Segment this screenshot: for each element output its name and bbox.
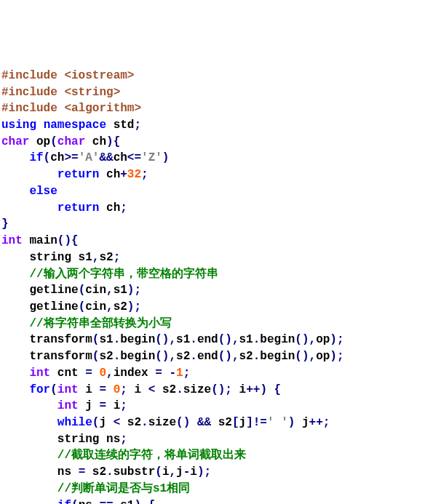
- code-token: [99, 168, 106, 181]
- code-token: .: [114, 333, 121, 346]
- code-token: [1, 185, 29, 198]
- code-token: s1: [99, 333, 113, 346]
- code-token: -: [170, 367, 177, 380]
- code-line: //输入两个字符串，带空格的字符串: [1, 266, 432, 283]
- code-token: ): [330, 350, 337, 363]
- code-token: <=: [127, 151, 141, 164]
- code-token: return: [57, 201, 100, 215]
- code-token: [1, 151, 29, 164]
- code-token: string ns: [57, 433, 120, 446]
- code-token: s2: [162, 383, 176, 396]
- code-token: 'A': [79, 151, 100, 164]
- code-token: size: [183, 383, 211, 396]
- code-token: //截取连续的字符，将单词截取出来: [57, 449, 246, 462]
- code-token: [127, 383, 135, 396]
- code-token: [79, 383, 86, 396]
- code-token: index: [114, 367, 156, 380]
- code-token: ch: [114, 151, 127, 164]
- code-token: ;: [204, 465, 212, 479]
- code-token: [162, 367, 170, 380]
- code-token: ;: [134, 119, 141, 132]
- code-token: <: [114, 416, 121, 429]
- code-token: [85, 135, 92, 148]
- code-token: .: [106, 465, 114, 479]
- code-token: [1, 465, 57, 479]
- code-token: while: [57, 416, 92, 429]
- code-token: int: [1, 234, 23, 247]
- code-token: .: [141, 416, 148, 429]
- code-token: .: [190, 350, 197, 363]
- code-token: .: [176, 383, 183, 396]
- code-token: //输入两个字符串，带空格的字符串: [29, 268, 218, 281]
- code-token: (): [155, 350, 169, 363]
- code-line: getline(cin,s2);: [1, 299, 432, 316]
- code-token: .: [253, 350, 261, 363]
- code-token: begin: [260, 350, 295, 363]
- code-token: j: [176, 465, 183, 479]
- code-token: 0: [114, 383, 121, 396]
- code-token: +: [120, 168, 127, 181]
- code-token: //将字符串全部转换为小写: [29, 317, 171, 330]
- code-token: .: [114, 350, 121, 363]
- code-token: (): [57, 234, 71, 247]
- code-token: s2: [92, 465, 106, 479]
- code-token: (: [92, 333, 100, 346]
- code-token: (: [92, 350, 100, 363]
- code-token: [1, 317, 29, 330]
- code-token: [1, 449, 57, 462]
- code-token: [106, 399, 114, 412]
- code-line: #include <string>: [1, 84, 432, 101]
- code-token: [36, 119, 44, 132]
- code-line: int cnt = 0,index = -1;: [1, 365, 432, 382]
- code-line: //判断单词是否与s1相同: [1, 481, 432, 497]
- code-token: ): [162, 151, 170, 164]
- code-token: j: [239, 416, 247, 429]
- code-token: =: [155, 367, 162, 380]
- code-token: s2: [218, 416, 232, 429]
- code-line: }: [1, 216, 432, 233]
- code-token: op: [36, 135, 50, 148]
- code-line: getline(cin,s1);: [1, 282, 432, 299]
- code-token: s2: [99, 251, 113, 264]
- code-token: 'Z': [141, 151, 162, 164]
- code-token: (): [211, 383, 225, 396]
- code-token: begin: [260, 333, 295, 346]
- code-token: s1: [239, 333, 253, 346]
- code-token: ;: [120, 399, 127, 412]
- code-token: for: [29, 383, 50, 396]
- code-token: ;: [134, 300, 141, 313]
- code-token: ): [106, 135, 114, 148]
- code-token: [1, 482, 57, 495]
- code-token: j: [85, 399, 99, 412]
- code-token: s1: [120, 499, 134, 504]
- code-token: <: [148, 383, 156, 396]
- code-token: ==: [99, 499, 113, 504]
- code-token: [79, 399, 86, 412]
- code-token: cin: [85, 284, 106, 297]
- code-token: ): [260, 383, 267, 396]
- code-token: 32: [127, 168, 141, 181]
- code-token: end: [197, 333, 218, 346]
- code-token: [85, 465, 92, 479]
- code-token: ch: [106, 201, 120, 215]
- code-token: [99, 201, 106, 215]
- code-token: ,: [169, 333, 176, 346]
- code-token: ns: [57, 465, 79, 479]
- code-token: s1: [114, 284, 127, 297]
- code-token: //判断单词是否与s1相同: [57, 482, 190, 495]
- code-block: #include <iostream>#include <string>#inc…: [1, 68, 432, 504]
- code-token: [106, 119, 114, 132]
- code-token: getline: [29, 284, 78, 297]
- code-token: ns: [79, 499, 100, 504]
- code-token: ,: [106, 284, 114, 297]
- code-token: &&: [197, 416, 211, 429]
- code-token: 1: [176, 367, 183, 380]
- code-token: [1, 168, 57, 181]
- code-token: i: [135, 383, 148, 396]
- code-token: std: [114, 119, 135, 132]
- code-line: #include <algorithm>: [1, 100, 432, 117]
- code-line: int j = i;: [1, 398, 432, 415]
- code-line: char op(char ch){: [1, 134, 432, 151]
- code-line: return ch+32;: [1, 167, 432, 183]
- code-token: [1, 499, 57, 504]
